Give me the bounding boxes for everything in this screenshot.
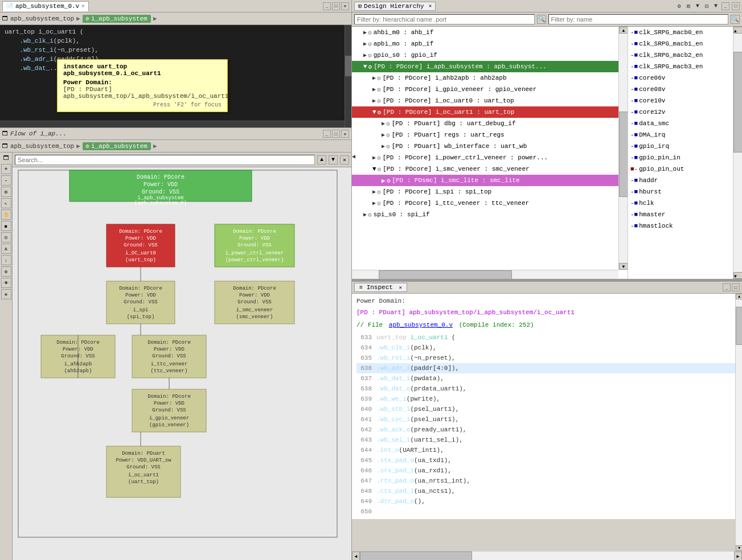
code-scrollbar-h[interactable] [0, 121, 345, 127]
right-item-7[interactable]: -■ core12v [628, 106, 742, 118]
flow-close[interactable]: ✕ [341, 130, 349, 138]
minimize-btn[interactable]: _ [323, 2, 331, 10]
hierarchy-minimize[interactable]: _ [721, 2, 729, 10]
fit-btn[interactable]: ⊞ [1, 187, 11, 197]
right-item-6[interactable]: -■ core10v [628, 95, 742, 106]
settings-btn[interactable]: ⚙ [1, 266, 11, 277]
tree-item-ahbi[interactable]: ▶ ⚙ ahbi_m0 : ahb_if [352, 27, 628, 38]
tree-item-ahb2apb[interactable]: ▶ ⚙ [PD : PDcore] i_ahb2apb : ahb2apb [352, 72, 628, 84]
tree-item-dbg[interactable]: ▶ ⚙ [PD : PDuart] dbg : uart_debug_if [352, 118, 628, 129]
inspect-scrollbar-h[interactable]: ◀ ▶ [352, 551, 742, 560]
tree-arrow-7[interactable]: ▼ [372, 109, 376, 116]
flow-minimize[interactable]: _ [323, 130, 331, 138]
right-item-5[interactable]: -■ core08v [628, 84, 742, 95]
left-scroll-indicator[interactable]: ◀ [352, 153, 360, 161]
hierarchy-arrow-btn[interactable]: ▼ [712, 2, 719, 10]
inspect-hscroll-left[interactable]: ◀ [352, 551, 360, 560]
tree-arrow-12[interactable]: ▼ [372, 166, 376, 172]
right-item-14[interactable]: -■ hburst [628, 186, 742, 197]
right-col-scroll[interactable]: -■ clk_SRPG_macb0_en -■ clk_SRPG_macb1_e… [628, 27, 742, 279]
route-btn[interactable]: ⊡ [1, 232, 11, 242]
filter-left-btn[interactable]: 🔍 [537, 15, 546, 24]
tree-item-smc-lite[interactable]: ▶ ⚙ [PD : PDsmc] i_smc_lite : smc_lite [352, 175, 628, 186]
tree-arrow-10[interactable]: ▶ [382, 143, 385, 150]
diagram-content[interactable]: Domain: PDcore Power: VDD Ground: VSS i_… [13, 167, 351, 560]
flow-bc-chip[interactable]: ⚙ i_apb_subsystem [83, 142, 151, 150]
inspect-scroll-up[interactable]: ▲ [736, 294, 742, 299]
tree-arrow-13[interactable]: ▶ [382, 177, 386, 184]
tree-item-gpio-veneer[interactable]: ▶ ⚙ [PD : PDcore] i_gpio_veneer : gpio_v… [352, 84, 628, 95]
close-btn[interactable]: ✕ [341, 2, 349, 10]
right-item-16[interactable]: -■ hmaster [628, 209, 742, 220]
label-btn[interactable]: A [1, 244, 11, 254]
right-col-scrollbar[interactable]: ▲ ▼ [733, 27, 742, 279]
inspect-file-link[interactable]: apb_subsystem_0.v [389, 322, 453, 328]
maximize-btn[interactable]: □ [332, 2, 340, 10]
cursor-btn[interactable]: ⊕ [1, 289, 11, 299]
search-down-btn[interactable]: ▼ [329, 155, 338, 164]
hierarchy-gear-btn[interactable]: ⚙ [676, 2, 683, 10]
highlight-btn[interactable]: ◼ [1, 221, 11, 231]
diagram-search-input[interactable] [15, 155, 315, 165]
inspect-minimize[interactable]: _ [723, 283, 731, 291]
right-item-13[interactable]: -■ haddr [628, 175, 742, 186]
tree-item-power-ctrl[interactable]: ▶ ⚙ [PD : PDcore] i_power_ctrl_veneer : … [352, 152, 628, 163]
inspect-scroll-down[interactable]: ▼ [736, 545, 742, 551]
tree-arrow-15[interactable]: ▶ [372, 200, 376, 207]
tree-arrow-1[interactable]: ▶ [363, 40, 367, 47]
file-tab-close[interactable]: ✕ [81, 3, 84, 9]
tree-item-wb[interactable]: ▶ ⚙ [PD : PDuart] wb_interface : uart_wb [352, 141, 628, 152]
tree-arrow-9[interactable]: ▶ [382, 131, 385, 138]
tree-item-smc-veneer[interactable]: ▼ ⚙ [PD : PDcore] i_smc_veneer : smc_ven… [352, 163, 628, 175]
right-item-11[interactable]: -■ gpio_pin_in [628, 152, 742, 163]
file-tab[interactable]: 📄 apb_subsystem_0.v ✕ [2, 1, 89, 11]
tree-arrow-8[interactable]: ▶ [382, 120, 385, 127]
right-item-17[interactable]: -■ hmastlock [628, 220, 742, 232]
tree-scrollbar-h[interactable] [352, 270, 618, 279]
tree-item-ttc[interactable]: ▶ ⚙ [PD : PDcore] i_ttc_veneer : ttc_ven… [352, 197, 628, 209]
breadcrumb-item-1[interactable]: apb_subsystem_top [10, 15, 74, 22]
tree-arrow-5[interactable]: ▶ [372, 86, 376, 93]
tree-item-apbi[interactable]: ▶ ⚙ apbi_mo : apb_if [352, 38, 628, 50]
tree-arrow-11[interactable]: ▶ [372, 154, 376, 161]
select-btn[interactable]: ↖ [1, 198, 11, 208]
search-x-btn[interactable]: ✕ [340, 155, 349, 164]
hierarchy-grid-btn[interactable]: ⊞ [685, 2, 692, 10]
tree-item-regs[interactable]: ▶ ⚙ [PD : PDuart] regs : uart_regs [352, 129, 628, 141]
right-item-9[interactable]: -■ DMA_irq [628, 129, 742, 141]
flow-bc-item-1[interactable]: apb_subsystem_top [10, 143, 74, 150]
filter-right-btn[interactable]: 🔍 [731, 15, 740, 24]
search-up-btn[interactable]: ▲ [317, 155, 326, 164]
right-item-12[interactable]: ■- gpio_pin_out [628, 163, 742, 175]
tree-scroll-up[interactable]: ▲ [619, 27, 628, 34]
right-item-2[interactable]: -■ clk_SRPG_macb2_en [628, 50, 742, 61]
tree-item-gpio-s0[interactable]: ▶ ⚙ gpio_s0 : gpio_if [352, 50, 628, 61]
tree-arrow-4[interactable]: ▶ [372, 75, 376, 81]
inspect-scrollbar-v[interactable]: ▲ ▼ [735, 294, 742, 551]
code-scrollbar-v[interactable] [345, 25, 351, 127]
inspect-maximize[interactable]: □ [732, 283, 740, 291]
inspect-hscroll-right[interactable]: ▶ [734, 551, 742, 560]
breadcrumb-chip-1[interactable]: ⚙ i_apb_subsystem [83, 15, 151, 23]
zoom-in-btn[interactable]: + [1, 164, 11, 174]
zoom-out-btn[interactable]: - [1, 175, 11, 186]
right-scroll-down[interactable]: ▼ [733, 272, 742, 279]
flow-maximize[interactable]: □ [332, 130, 340, 138]
tree-item-spi[interactable]: ▶ ⚙ [PD : PDcore] i_spi : spi_top [352, 186, 628, 197]
tree-arrow-16[interactable]: ▶ [363, 211, 367, 218]
tree-scrollbar-v[interactable]: ▲ ▼ [618, 27, 628, 270]
tree-arrow-14[interactable]: ▶ [372, 188, 376, 195]
right-item-10[interactable]: -■ gpio_irq [628, 141, 742, 152]
tree-item-uart1[interactable]: ▼ ⚙ [PD : PDcore] i_oc_uart1 : uart_top [352, 106, 628, 118]
inspect-tab-close[interactable]: ✕ [399, 285, 401, 291]
hand-btn[interactable]: ✋ [1, 209, 11, 220]
right-item-1[interactable]: -■ clk_SRPG_macb1_en [628, 38, 742, 50]
tree-scroll-down[interactable]: ▼ [619, 263, 628, 270]
tree-item-apb-sub[interactable]: ▼ ⚙ [PD : PDcore] i_apb_subsystem : apb_… [352, 61, 628, 72]
right-item-15[interactable]: -■ hclk [628, 197, 742, 209]
tree-item-spi-s0[interactable]: ▶ ⚙ spi_s0 : spi_if [352, 209, 628, 220]
tree-scroll-area[interactable]: ▶ ⚙ ahbi_m0 : ahb_if ▶ ⚙ apbi_mo : apb_i… [352, 27, 628, 279]
right-scroll-up[interactable]: ▲ [733, 27, 742, 34]
right-item-3[interactable]: -■ clk_SRPG_macb3_en [628, 61, 742, 72]
tree-item-uart0[interactable]: ▶ ⚙ [PD : PDcore] i_oc_uart0 : uart_top [352, 95, 628, 106]
